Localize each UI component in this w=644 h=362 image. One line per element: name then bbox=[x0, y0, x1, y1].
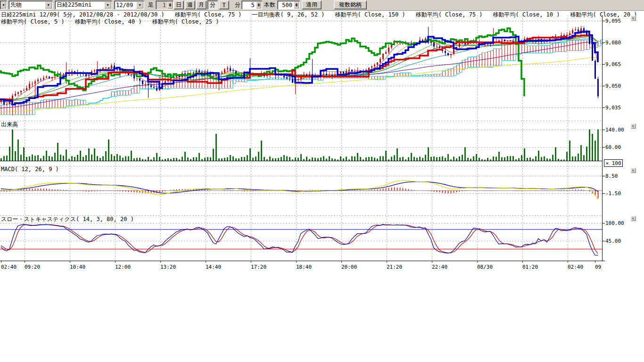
macd-panel-title: MACD( 12, 26, 9 ) bbox=[1, 166, 59, 173]
diagonal-arrow-icon: ↖ bbox=[632, 124, 635, 128]
legend-ichimoku: 一目均衡表( 9, 26, 52 ) bbox=[252, 11, 325, 19]
ichimoku-lines-layer bbox=[0, 28, 598, 105]
panel-scale-button[interactable]: ↖ bbox=[631, 168, 636, 173]
price-axis-label: 9,080 bbox=[605, 40, 621, 46]
volume-multiplier-box: × 100 bbox=[604, 159, 623, 167]
legend-ma10: 移動平均( Close, 10 ) bbox=[493, 11, 560, 19]
panel-scale-button[interactable]: ↖ bbox=[631, 123, 636, 129]
stochastics-layer bbox=[0, 224, 602, 255]
x-axis-label: 13:20 bbox=[160, 264, 176, 270]
stoch-axis-label: 100.00 bbox=[605, 220, 624, 226]
x-axis-label: 09:20 bbox=[25, 264, 40, 270]
legend-ma75b: 移動平均( Close, 75 ) bbox=[416, 11, 483, 19]
legend-ma40: 移動平均( Close, 40 ) bbox=[75, 18, 142, 26]
diagonal-arrow-icon: ↖ bbox=[632, 169, 635, 173]
x-axis-label: 22:40 bbox=[432, 264, 447, 270]
legend-ma150: 移動平均( Close, 150 ) bbox=[335, 11, 405, 19]
x-axis-label: 21:20 bbox=[387, 264, 402, 270]
volume-axis-label: 60.00 bbox=[605, 144, 621, 150]
x-axis-label: 01:20 bbox=[522, 264, 538, 270]
legend-ma25: 移動平均( Close, 25 ) bbox=[152, 18, 219, 26]
chart-plot-area[interactable] bbox=[0, 0, 644, 283]
panel-scale-button[interactable]: ↖ bbox=[631, 16, 636, 21]
price-axis-label: 9,065 bbox=[605, 61, 621, 67]
volume-axis-label: 140.00 bbox=[605, 127, 624, 133]
panel-scale-button[interactable]: ↖ bbox=[631, 216, 636, 221]
x-axis-label: 17:20 bbox=[251, 264, 266, 270]
legend-line-2: 移動平均( Close, 5 ) 移動平均( Close, 40 ) 移動平均(… bbox=[1, 18, 219, 26]
macd-layer bbox=[0, 181, 602, 199]
diagonal-arrow-icon: ↖ bbox=[632, 217, 635, 221]
diagonal-arrow-icon: ↖ bbox=[632, 16, 635, 20]
x-axis-label: 02:40 bbox=[568, 264, 583, 270]
price-axis-label: 9,035 bbox=[605, 105, 621, 111]
chart-application-window: { "toolbar": { "edge_combo_value": "", "… bbox=[0, 0, 644, 362]
gridlines-layer bbox=[0, 15, 602, 261]
price-axis-label: 9,050 bbox=[605, 83, 621, 89]
x-axis-label: 14:40 bbox=[206, 264, 221, 270]
x-axis-label: 18:40 bbox=[296, 264, 312, 270]
x-axis-label: 12:00 bbox=[115, 264, 131, 270]
x-axis-label: 09:20 bbox=[595, 264, 602, 270]
stoch-axis-label: 45.00 bbox=[605, 238, 621, 244]
macd-axis-label: 8.50 bbox=[605, 173, 618, 179]
x-axis-label: 02:40 bbox=[1, 264, 17, 270]
x-axis-label: 08/30 bbox=[477, 264, 493, 270]
macd-axis-label: -1.50 bbox=[605, 190, 621, 197]
legend-ma20: 移動平均( Close, 20 ) bbox=[570, 11, 637, 19]
x-axis-label: 20:00 bbox=[341, 264, 357, 270]
legend-ma5: 移動平均( Close, 5 ) bbox=[1, 18, 65, 26]
volume-panel-title: 出来高 bbox=[1, 121, 18, 129]
x-axis-label: 10:40 bbox=[70, 264, 85, 270]
stoch-panel-title: スロー・ストキャスティクス( 14, 3, 80, 20 ) bbox=[1, 215, 134, 223]
volume-layer bbox=[0, 130, 599, 161]
axes-layer bbox=[0, 15, 605, 263]
candles-layer bbox=[0, 26, 599, 115]
